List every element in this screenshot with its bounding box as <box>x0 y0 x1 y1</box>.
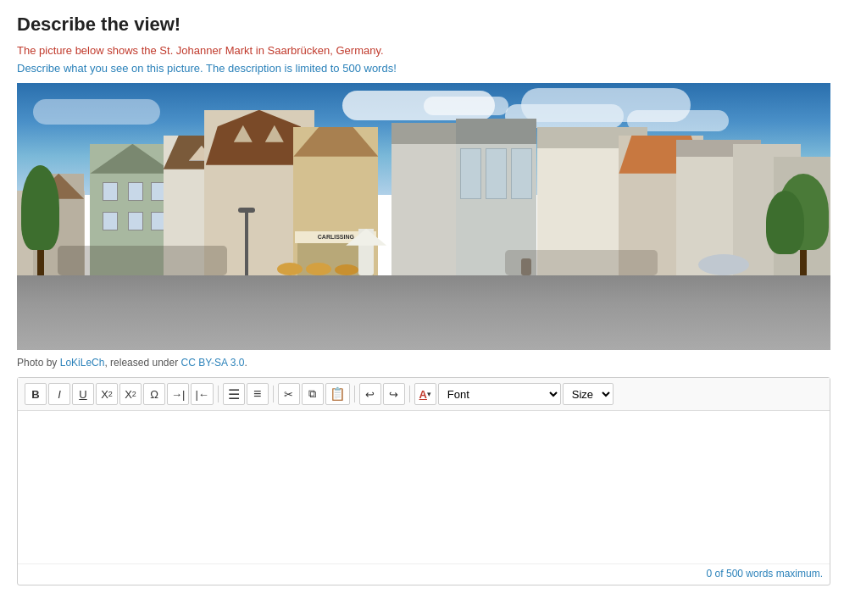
copy-button[interactable]: ⧉ <box>302 383 324 405</box>
font-color-button[interactable]: A ▾ <box>414 383 436 405</box>
window-1 <box>103 182 118 201</box>
arrow-left-button[interactable]: |← <box>191 383 213 405</box>
arrow-right-button[interactable]: →| <box>167 383 189 405</box>
lamp-arm <box>238 208 255 213</box>
instruction-static: Describe what you see on this picture. <box>17 62 203 75</box>
street-lamp-left <box>245 208 248 275</box>
roof-green <box>90 144 175 174</box>
italic-button[interactable]: I <box>48 383 70 405</box>
toolbar-separator-3 <box>354 386 355 402</box>
superscript-indicator: 2 <box>132 390 136 398</box>
redo-button[interactable]: ↪ <box>383 383 405 405</box>
credit-suffix: . <box>244 357 247 369</box>
paste-button[interactable]: 📋 <box>325 383 350 405</box>
umbrella-yellow-1 <box>277 263 303 275</box>
toolbar-separator-2 <box>273 386 274 402</box>
editor-container: B I U X2 X2 Ω →| |← ☰ ≡ ✂ ⧉ 📋 ↩ ↪ <box>17 377 830 585</box>
cloud-2 <box>424 97 508 115</box>
tree-top-right-2 <box>766 191 804 254</box>
people-left-group <box>58 246 227 275</box>
window-2 <box>128 182 143 201</box>
stroller <box>521 258 531 275</box>
glass-panel-1 <box>460 148 481 199</box>
unordered-list-button[interactable]: ☰ <box>223 383 245 405</box>
credit-author-link[interactable]: LoKiLeCh <box>60 357 105 369</box>
subscript-button[interactable]: X2 <box>96 383 118 405</box>
special-chars-button[interactable]: Ω <box>143 383 165 405</box>
ordered-list-button[interactable]: ≡ <box>247 383 269 405</box>
roof-flat-1 <box>391 123 464 144</box>
credit-prefix: Photo by <box>17 357 60 369</box>
ground <box>17 275 830 350</box>
instruction-link: The description is limited to 500 words! <box>206 62 397 75</box>
glass-panel-3 <box>511 148 532 199</box>
window-5 <box>128 212 143 230</box>
subscript-indicator: 2 <box>108 390 113 398</box>
roof-beige <box>293 127 378 157</box>
umbrella-yellow-3 <box>335 264 358 275</box>
font-color-letter: A <box>419 388 427 401</box>
word-count-display: 0 of 500 words maximum. <box>18 563 830 585</box>
tree-right-2 <box>763 191 806 275</box>
font-color-chevron: ▾ <box>427 390 431 398</box>
credit-license-link[interactable]: CC BY-SA 3.0 <box>180 357 244 369</box>
font-dropdown[interactable]: Font Arial Times New Roman Courier New G… <box>438 383 561 405</box>
size-dropdown[interactable]: Size 8 10 12 14 16 18 <box>563 383 614 405</box>
cafe-area <box>277 241 440 275</box>
fountain-base <box>698 254 749 275</box>
panorama-scene: CARLISSING <box>17 83 830 350</box>
page-title: Describe the view! <box>17 14 827 36</box>
panorama-container: CARLISSING <box>17 83 830 350</box>
instruction-text: Describe what you see on this picture. T… <box>17 62 827 75</box>
cloud-6 <box>33 99 160 125</box>
editor-body[interactable] <box>18 411 830 563</box>
photo-credit: Photo by LoKiLeCh, released under CC BY-… <box>17 357 827 369</box>
superscript-button[interactable]: X2 <box>119 383 142 405</box>
window-4 <box>103 212 118 230</box>
umbrella-yellow-2 <box>306 263 331 275</box>
tree-trunk-left <box>37 250 44 275</box>
roof-glass <box>456 119 536 144</box>
glass-panel-2 <box>486 148 507 199</box>
underline-button[interactable]: U <box>72 383 94 405</box>
subtitle-text: The picture below shows the St. Johanner… <box>17 44 827 57</box>
tree-top-left <box>21 165 59 250</box>
editor-toolbar: B I U X2 X2 Ω →| |← ☰ ≡ ✂ ⧉ 📋 ↩ ↪ <box>18 378 830 411</box>
toolbar-separator-1 <box>218 386 219 402</box>
toolbar-separator-4 <box>409 386 410 402</box>
cut-button[interactable]: ✂ <box>278 383 300 405</box>
undo-button[interactable]: ↩ <box>359 383 381 405</box>
credit-middle: , released under <box>104 357 180 369</box>
tree-left <box>17 165 64 275</box>
bold-button[interactable]: B <box>25 383 47 405</box>
